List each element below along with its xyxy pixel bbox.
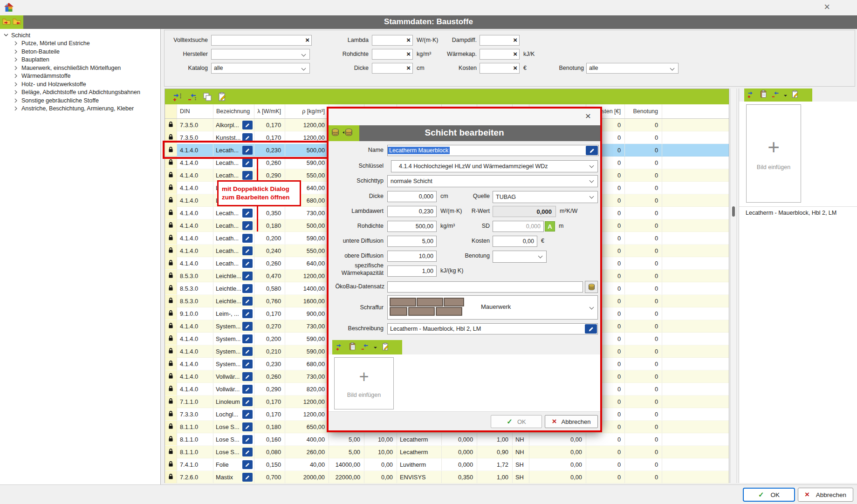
edit-pencil-icon[interactable] — [242, 473, 253, 482]
kosten-input[interactable]: 0,00 — [493, 236, 537, 247]
edit-pencil-icon[interactable] — [242, 158, 253, 167]
edit-pencil-icon[interactable] — [242, 246, 253, 255]
paste-icon[interactable] — [348, 342, 357, 353]
schraffur-dropdown[interactable]: Mauerwerk — [387, 295, 598, 320]
lambda-input[interactable]: × — [372, 35, 413, 46]
lock-header[interactable] — [165, 104, 177, 118]
lambda-header[interactable]: λ [W/mK] — [254, 104, 285, 118]
edit-pencil-icon[interactable] — [242, 309, 253, 318]
volltextsuche-input[interactable]: × — [211, 35, 312, 46]
ok-button[interactable]: ✓ OK — [743, 488, 795, 502]
waermekap-input[interactable]: × — [480, 49, 520, 60]
scrollbar-thumb[interactable] — [732, 206, 735, 217]
edit-pencil-icon[interactable] — [242, 435, 253, 444]
tree-item[interactable]: Wärmedämmstoffe — [0, 72, 160, 81]
kosten-input[interactable]: × — [480, 63, 520, 74]
tree-item[interactable]: Holz- und Holzwerkstoffe — [0, 80, 160, 89]
hersteller-dropdown[interactable] — [211, 49, 310, 60]
din-header[interactable]: DIN — [177, 104, 213, 118]
sd-input[interactable]: 0,000 — [493, 221, 544, 232]
tree-item[interactable]: Putze, Mörtel und Estriche — [0, 40, 160, 48]
benotung-header[interactable]: Benotung — [625, 104, 662, 118]
schluessel-dropdown[interactable]: 4.1.4 Hochlochziegel HLzW und Wärmedammz… — [391, 160, 598, 172]
bezeichnung-header[interactable]: Bezeichnung — [213, 104, 254, 118]
dicke-input[interactable]: × — [372, 63, 413, 74]
edit-pencil-icon[interactable] — [242, 334, 253, 343]
tree-item[interactable]: Anstriche, Beschichtung, Armierung, Kleb… — [0, 105, 160, 113]
remove-row-icon[interactable] — [361, 342, 370, 353]
clear-icon[interactable]: × — [513, 64, 517, 72]
chevron-right-icon[interactable] — [14, 66, 21, 70]
tree-item[interactable]: Bauplatten — [0, 56, 160, 64]
edit-pencil-icon[interactable] — [242, 259, 253, 268]
lambdawert-input[interactable]: 0,230 — [387, 206, 437, 217]
clear-icon[interactable]: × — [406, 36, 411, 44]
edit-pencil-icon[interactable] — [242, 410, 253, 419]
add-row-icon[interactable] — [172, 92, 183, 102]
edit-pencil-icon[interactable] — [242, 460, 253, 469]
edit-pencil-icon[interactable] — [242, 272, 253, 280]
dampdiff-input[interactable]: × — [480, 35, 520, 46]
clear-icon[interactable]: × — [513, 50, 517, 58]
paste-edit-icon[interactable] — [217, 92, 227, 102]
chevron-right-icon[interactable] — [14, 90, 21, 95]
chevron-down-icon[interactable] — [4, 33, 11, 37]
menu-arrow-icon[interactable] — [373, 344, 377, 351]
add-row-icon[interactable] — [747, 90, 756, 100]
edit-pencil-icon[interactable] — [242, 385, 253, 394]
dialog-ok-button[interactable]: ✓ OK — [491, 415, 542, 428]
dialog-cancel-button[interactable]: × Abbrechen — [545, 415, 598, 428]
chevron-right-icon[interactable] — [14, 106, 21, 111]
oekobau-input[interactable] — [387, 281, 583, 293]
edit-pencil-icon[interactable] — [242, 171, 253, 180]
tree-item[interactable]: Beton-Bauteile — [0, 48, 160, 56]
window-close-icon[interactable]: × — [820, 1, 834, 13]
rho-header[interactable]: ρ [kg/m³] — [285, 104, 329, 118]
edit-pencil-icon[interactable] — [242, 372, 253, 381]
chevron-right-icon[interactable] — [14, 57, 21, 62]
rohdichte-input[interactable]: × — [372, 49, 413, 60]
tree-item[interactable]: Mauerwerk, einschließlich Mörtelfugen — [0, 64, 160, 72]
edit-pencil-icon[interactable] — [242, 347, 253, 356]
name-input[interactable]: Lecatherm Mauerblock — [387, 145, 599, 156]
schichttyp-dropdown[interactable]: normale Schicht — [387, 175, 598, 187]
copy-icon[interactable] — [202, 92, 213, 102]
edit-pencil-icon[interactable] — [242, 397, 253, 406]
auto-button[interactable]: A — [545, 221, 555, 232]
chevron-right-icon[interactable] — [14, 98, 21, 103]
edit-pencil-icon[interactable] — [242, 284, 253, 293]
vertical-scrollbar[interactable] — [730, 89, 737, 483]
edit-pencil-icon[interactable] — [242, 121, 253, 129]
obere-diffusion-input[interactable]: 10,00 — [387, 251, 437, 262]
remove-row-icon[interactable] — [771, 90, 780, 100]
chevron-right-icon[interactable] — [14, 74, 21, 78]
clear-icon[interactable]: × — [305, 36, 309, 44]
rohdichte-input[interactable]: 500,00 — [387, 221, 437, 232]
edit-pencil-icon[interactable] — [242, 221, 253, 230]
untere-diffusion-input[interactable]: 5,00 — [387, 236, 437, 247]
edit-pencil-icon[interactable] — [242, 448, 253, 456]
edit-pencil-icon[interactable] — [242, 322, 253, 331]
image-placeholder[interactable]: + Bild einfügen — [746, 104, 801, 203]
cancel-button[interactable]: × Abbrechen — [798, 488, 853, 502]
beschreibung-input[interactable]: Lecatherm - Mauerblock, Hbl 2, LM — [387, 323, 598, 334]
clear-icon[interactable]: × — [513, 36, 517, 44]
benotung-dropdown[interactable]: alle — [586, 63, 679, 74]
clear-icon[interactable]: × — [406, 64, 411, 72]
katalog-dropdown[interactable]: alle — [211, 63, 310, 74]
database-button[interactable] — [585, 281, 598, 293]
remove-row-icon[interactable] — [187, 92, 198, 102]
edit-pencil-icon[interactable] — [242, 234, 253, 243]
edit-pencil-icon[interactable] — [585, 324, 597, 334]
dicke-input[interactable]: 0,000 — [387, 191, 437, 202]
paste-edit-icon[interactable] — [791, 90, 800, 100]
edit-pencil-icon[interactable] — [242, 360, 253, 368]
chevron-right-icon[interactable] — [14, 41, 21, 46]
paste-icon[interactable] — [759, 90, 768, 100]
table-row[interactable]: 7.2.6.0 Mastix 0,700 2000,00 22000,00 0,… — [165, 471, 729, 484]
dialog-close-icon[interactable]: × — [583, 110, 594, 122]
table-row[interactable]: 8.1.1.0 Lose S... 0,080 260,00 5,00 10,0… — [165, 446, 729, 458]
edit-pencil-icon[interactable] — [242, 209, 253, 218]
quelle-dropdown[interactable]: TUBAG — [493, 191, 598, 203]
edit-pencil-icon[interactable] — [242, 422, 253, 431]
